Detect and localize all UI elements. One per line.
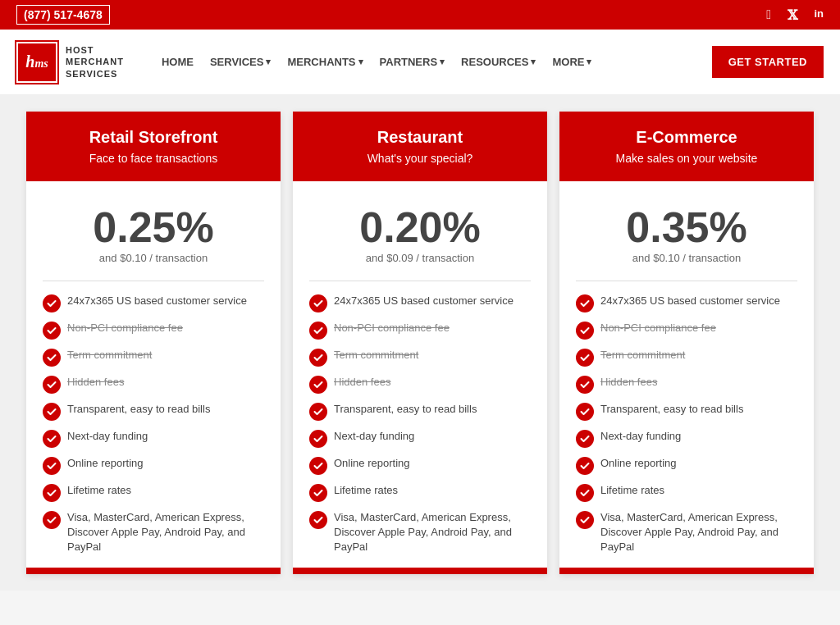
nav-more[interactable]: MORE xyxy=(547,49,596,75)
card-title-2: E-Commerce xyxy=(572,128,801,147)
card-subtitle-2: Make sales on your website xyxy=(572,152,801,165)
feature-text-2-7: Lifetime rates xyxy=(600,483,664,498)
feature-text-0-0: 24x7x365 US based customer service xyxy=(67,294,247,308)
feature-item-1-8: Visa, MasterCard, American Express, Disc… xyxy=(309,510,531,555)
check-icon xyxy=(576,376,594,394)
feature-text-1-3: Hidden fees xyxy=(334,375,390,390)
pricing-card-2: E-Commerce Make sales on your website 0.… xyxy=(559,112,814,574)
feature-text-1-7: Lifetime rates xyxy=(334,483,398,498)
check-icon xyxy=(309,349,327,367)
feature-item-0-6: Online reporting xyxy=(43,456,264,475)
phone-number[interactable]: (877) 517-4678 xyxy=(16,5,110,25)
feature-text-0-8: Visa, MasterCard, American Express, Disc… xyxy=(67,510,264,555)
feature-item-0-1: Non-PCI compliance fee xyxy=(43,321,264,340)
feature-item-0-8: Visa, MasterCard, American Express, Disc… xyxy=(43,510,264,555)
feature-text-1-2: Term commitment xyxy=(334,348,418,363)
nav-home[interactable]: HOME xyxy=(157,49,199,75)
check-icon xyxy=(43,511,61,529)
check-icon xyxy=(309,484,327,502)
nav-merchants[interactable]: MERCHANTS xyxy=(282,49,368,75)
card-rate-sub-0: and $0.10 / transaction xyxy=(43,252,264,264)
card-rate-0: 0.25% xyxy=(43,206,264,249)
feature-item-2-8: Visa, MasterCard, American Express, Disc… xyxy=(576,510,797,555)
card-footer-2 xyxy=(559,568,814,574)
feature-item-2-5: Next-day funding xyxy=(576,429,797,448)
check-icon xyxy=(576,349,594,367)
nav-partners[interactable]: PARTNERS xyxy=(375,49,450,75)
feature-text-1-1: Non-PCI compliance fee xyxy=(334,321,450,335)
check-icon xyxy=(576,484,594,502)
logo-text: HOST MERCHANT SERVICES xyxy=(66,44,124,80)
feature-text-0-1: Non-PCI compliance fee xyxy=(67,321,183,335)
feature-item-1-2: Term commitment xyxy=(309,348,531,367)
main-nav: hms HOST MERCHANT SERVICES HOME SERVICES… xyxy=(0,30,840,95)
check-icon xyxy=(576,322,594,340)
check-icon xyxy=(309,294,327,312)
feature-item-0-3: Hidden fees xyxy=(43,375,264,394)
nav-links: HOME SERVICES MERCHANTS PARTNERS RESOURC… xyxy=(157,49,712,75)
feature-text-0-6: Online reporting xyxy=(67,456,144,471)
card-body-2: 0.35% and $0.10 / transaction 24x7x365 U… xyxy=(559,181,814,568)
logo-icon: hms xyxy=(16,42,57,83)
check-icon xyxy=(43,376,61,394)
check-icon xyxy=(43,484,61,502)
nav-resources[interactable]: RESOURCES xyxy=(456,49,541,75)
check-icon xyxy=(43,457,61,475)
check-icon xyxy=(43,322,61,340)
feature-item-0-4: Transparent, easy to read bills xyxy=(43,402,264,421)
feature-text-1-6: Online reporting xyxy=(334,456,410,471)
feature-item-1-1: Non-PCI compliance fee xyxy=(309,321,531,340)
feature-item-0-0: 24x7x365 US based customer service xyxy=(43,294,264,312)
feature-item-2-4: Transparent, easy to read bills xyxy=(576,402,797,421)
check-icon xyxy=(576,511,594,529)
card-title-1: Restaurant xyxy=(305,128,535,147)
check-icon xyxy=(309,322,327,340)
pricing-card-0: Retail Storefront Face to face transacti… xyxy=(26,112,281,574)
feature-item-0-2: Term commitment xyxy=(43,348,264,367)
feature-item-1-3: Hidden fees xyxy=(309,375,531,394)
feature-text-0-4: Transparent, easy to read bills xyxy=(67,402,210,417)
feature-item-2-0: 24x7x365 US based customer service xyxy=(576,294,797,312)
card-header-2: E-Commerce Make sales on your website xyxy=(559,112,814,181)
check-icon xyxy=(309,457,327,475)
logo[interactable]: hms HOST MERCHANT SERVICES xyxy=(16,42,124,83)
get-started-button[interactable]: GET STARTED xyxy=(712,46,824,78)
feature-item-0-5: Next-day funding xyxy=(43,429,264,448)
feature-text-2-3: Hidden fees xyxy=(600,375,657,390)
card-footer-0 xyxy=(26,568,281,574)
card-rate-sub-2: and $0.10 / transaction xyxy=(576,252,797,264)
card-rate-2: 0.35% xyxy=(576,206,797,249)
nav-services[interactable]: SERVICES xyxy=(205,49,276,75)
check-icon xyxy=(309,430,327,448)
feature-text-2-5: Next-day funding xyxy=(600,429,681,444)
check-icon xyxy=(576,430,594,448)
card-title-0: Retail Storefront xyxy=(39,128,268,147)
feature-text-2-8: Visa, MasterCard, American Express, Disc… xyxy=(600,510,797,555)
check-icon xyxy=(309,403,327,421)
linkedin-icon[interactable]: in xyxy=(814,7,824,23)
check-icon xyxy=(576,403,594,421)
check-icon xyxy=(43,430,61,448)
feature-text-1-8: Visa, MasterCard, American Express, Disc… xyxy=(334,510,531,555)
feature-item-2-7: Lifetime rates xyxy=(576,483,797,502)
check-icon xyxy=(43,349,61,367)
feature-item-1-7: Lifetime rates xyxy=(309,483,531,502)
feature-item-0-7: Lifetime rates xyxy=(43,483,264,502)
twitter-icon[interactable]: 𝕏 xyxy=(788,7,797,23)
feature-text-1-4: Transparent, easy to read bills xyxy=(334,402,477,417)
card-body-0: 0.25% and $0.10 / transaction 24x7x365 U… xyxy=(26,181,281,568)
feature-text-1-0: 24x7x365 US based customer service xyxy=(334,294,514,308)
feature-text-0-5: Next-day funding xyxy=(67,429,148,444)
card-body-1: 0.20% and $0.09 / transaction 24x7x365 U… xyxy=(293,181,547,568)
social-icons:  𝕏 in xyxy=(766,7,824,23)
feature-text-2-4: Transparent, easy to read bills xyxy=(600,402,743,417)
feature-item-2-1: Non-PCI compliance fee xyxy=(576,321,797,340)
card-footer-1 xyxy=(293,568,547,574)
top-bar: (877) 517-4678  𝕏 in xyxy=(0,0,840,30)
feature-item-2-3: Hidden fees xyxy=(576,375,797,394)
facebook-icon[interactable]:  xyxy=(766,7,771,23)
check-icon xyxy=(43,294,61,312)
feature-text-2-2: Term commitment xyxy=(600,348,685,363)
feature-text-0-7: Lifetime rates xyxy=(67,483,131,498)
check-icon xyxy=(309,376,327,394)
